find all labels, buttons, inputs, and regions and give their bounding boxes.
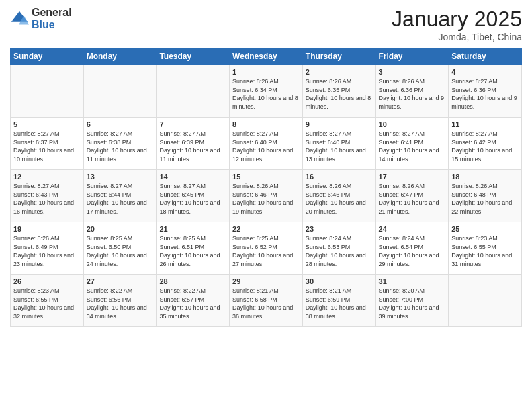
day-number: 17 (379, 173, 446, 181)
header-thursday: Thursday (302, 48, 375, 65)
day-cell: 10Sunrise: 8:27 AM Sunset: 6:41 PM Dayli… (375, 118, 449, 170)
day-info: Sunrise: 8:27 AM Sunset: 6:43 PM Dayligh… (13, 182, 81, 216)
day-number: 16 (306, 173, 373, 181)
day-info: Sunrise: 8:21 AM Sunset: 6:59 PM Dayligh… (306, 287, 373, 320)
day-cell: 27Sunrise: 8:22 AM Sunset: 6:56 PM Dayli… (83, 275, 157, 327)
day-info: Sunrise: 8:26 AM Sunset: 6:46 PM Dayligh… (306, 182, 373, 216)
day-cell: 17Sunrise: 8:26 AM Sunset: 6:47 PM Dayli… (375, 170, 449, 222)
day-info: Sunrise: 8:27 AM Sunset: 6:36 PM Dayligh… (451, 77, 519, 111)
week-row-3: 19Sunrise: 8:26 AM Sunset: 6:49 PM Dayli… (11, 222, 522, 275)
day-cell: 29Sunrise: 8:21 AM Sunset: 6:58 PM Dayli… (230, 275, 303, 327)
day-number: 20 (87, 225, 154, 233)
day-number: 4 (451, 68, 519, 76)
day-number: 30 (306, 277, 373, 285)
day-info: Sunrise: 8:26 AM Sunset: 6:46 PM Dayligh… (232, 182, 300, 216)
day-info: Sunrise: 8:27 AM Sunset: 6:40 PM Dayligh… (232, 130, 300, 163)
day-cell: 28Sunrise: 8:22 AM Sunset: 6:57 PM Dayli… (157, 275, 230, 327)
day-number: 24 (379, 225, 446, 233)
day-info: Sunrise: 8:24 AM Sunset: 6:53 PM Dayligh… (306, 234, 373, 268)
day-cell: 16Sunrise: 8:26 AM Sunset: 6:46 PM Dayli… (302, 170, 375, 222)
day-info: Sunrise: 8:27 AM Sunset: 6:42 PM Dayligh… (451, 130, 519, 163)
day-number: 25 (451, 225, 519, 233)
day-cell: 9Sunrise: 8:27 AM Sunset: 6:40 PM Daylig… (302, 118, 375, 170)
logo: General Blue (10, 7, 72, 30)
week-row-2: 12Sunrise: 8:27 AM Sunset: 6:43 PM Dayli… (11, 170, 522, 222)
day-number: 5 (13, 120, 81, 128)
day-info: Sunrise: 8:26 AM Sunset: 6:48 PM Dayligh… (451, 182, 519, 216)
day-info: Sunrise: 8:27 AM Sunset: 6:45 PM Dayligh… (159, 182, 226, 216)
day-info: Sunrise: 8:25 AM Sunset: 6:50 PM Dayligh… (87, 234, 154, 268)
day-cell: 20Sunrise: 8:25 AM Sunset: 6:50 PM Dayli… (83, 222, 157, 275)
day-cell: 1Sunrise: 8:26 AM Sunset: 6:34 PM Daylig… (230, 65, 303, 118)
day-info: Sunrise: 8:27 AM Sunset: 6:40 PM Dayligh… (306, 130, 373, 163)
logo-general: General (32, 7, 72, 19)
day-info: Sunrise: 8:22 AM Sunset: 6:57 PM Dayligh… (159, 287, 226, 320)
day-number: 6 (87, 120, 154, 128)
day-number: 11 (451, 120, 519, 128)
calendar-header: Sunday Monday Tuesday Wednesday Thursday… (11, 48, 522, 65)
day-info: Sunrise: 8:26 AM Sunset: 6:36 PM Dayligh… (379, 77, 446, 111)
day-cell: 6Sunrise: 8:27 AM Sunset: 6:38 PM Daylig… (83, 118, 157, 170)
day-cell: 18Sunrise: 8:26 AM Sunset: 6:48 PM Dayli… (449, 170, 522, 222)
day-info: Sunrise: 8:24 AM Sunset: 6:54 PM Dayligh… (379, 234, 446, 268)
day-cell: 14Sunrise: 8:27 AM Sunset: 6:45 PM Dayli… (157, 170, 230, 222)
day-number: 26 (13, 277, 81, 285)
day-cell: 13Sunrise: 8:27 AM Sunset: 6:44 PM Dayli… (83, 170, 157, 222)
day-info: Sunrise: 8:26 AM Sunset: 6:35 PM Dayligh… (306, 77, 373, 111)
day-cell: 21Sunrise: 8:25 AM Sunset: 6:51 PM Dayli… (157, 222, 230, 275)
day-number: 21 (159, 225, 226, 233)
day-cell: 31Sunrise: 8:20 AM Sunset: 7:00 PM Dayli… (375, 275, 449, 327)
day-cell: 19Sunrise: 8:26 AM Sunset: 6:49 PM Dayli… (11, 222, 84, 275)
day-cell (83, 65, 157, 118)
day-cell: 25Sunrise: 8:23 AM Sunset: 6:55 PM Dayli… (449, 222, 522, 275)
day-info: Sunrise: 8:23 AM Sunset: 6:55 PM Dayligh… (451, 234, 519, 268)
calendar-body: 1Sunrise: 8:26 AM Sunset: 6:34 PM Daylig… (11, 65, 522, 327)
day-number: 23 (306, 225, 373, 233)
day-info: Sunrise: 8:20 AM Sunset: 7:00 PM Dayligh… (379, 287, 446, 320)
day-cell: 22Sunrise: 8:25 AM Sunset: 6:52 PM Dayli… (230, 222, 303, 275)
day-info: Sunrise: 8:23 AM Sunset: 6:55 PM Dayligh… (13, 287, 81, 320)
day-cell: 2Sunrise: 8:26 AM Sunset: 6:35 PM Daylig… (302, 65, 375, 118)
day-cell: 11Sunrise: 8:27 AM Sunset: 6:42 PM Dayli… (449, 118, 522, 170)
week-row-0: 1Sunrise: 8:26 AM Sunset: 6:34 PM Daylig… (11, 65, 522, 118)
day-number: 14 (159, 173, 226, 181)
day-info: Sunrise: 8:27 AM Sunset: 6:39 PM Dayligh… (159, 130, 226, 163)
day-cell: 3Sunrise: 8:26 AM Sunset: 6:36 PM Daylig… (375, 65, 449, 118)
day-info: Sunrise: 8:22 AM Sunset: 6:56 PM Dayligh… (87, 287, 154, 320)
day-cell (11, 65, 84, 118)
day-number: 29 (232, 277, 300, 285)
day-cell: 5Sunrise: 8:27 AM Sunset: 6:37 PM Daylig… (11, 118, 84, 170)
day-number: 31 (379, 277, 446, 285)
day-cell: 12Sunrise: 8:27 AM Sunset: 6:43 PM Dayli… (11, 170, 84, 222)
day-cell (449, 275, 522, 327)
week-row-4: 26Sunrise: 8:23 AM Sunset: 6:55 PM Dayli… (11, 275, 522, 327)
header-row: Sunday Monday Tuesday Wednesday Thursday… (11, 48, 522, 65)
header-wednesday: Wednesday (230, 48, 303, 65)
logo-blue: Blue (32, 19, 72, 31)
day-number: 22 (232, 225, 300, 233)
day-info: Sunrise: 8:26 AM Sunset: 6:47 PM Dayligh… (379, 182, 446, 216)
day-cell: 7Sunrise: 8:27 AM Sunset: 6:39 PM Daylig… (157, 118, 230, 170)
title-section: January 2025 Jomda, Tibet, China (392, 7, 522, 42)
day-cell: 26Sunrise: 8:23 AM Sunset: 6:55 PM Dayli… (11, 275, 84, 327)
day-number: 19 (13, 225, 81, 233)
header-tuesday: Tuesday (157, 48, 230, 65)
month-title: January 2025 (392, 7, 522, 32)
day-number: 1 (232, 68, 300, 76)
day-number: 9 (306, 120, 373, 128)
day-number: 3 (379, 68, 446, 76)
day-cell: 15Sunrise: 8:26 AM Sunset: 6:46 PM Dayli… (230, 170, 303, 222)
day-info: Sunrise: 8:27 AM Sunset: 6:44 PM Dayligh… (87, 182, 154, 216)
day-info: Sunrise: 8:27 AM Sunset: 6:37 PM Dayligh… (13, 130, 81, 163)
day-cell (157, 65, 230, 118)
day-number: 13 (87, 173, 154, 181)
header: General Blue January 2025 Jomda, Tibet, … (10, 7, 522, 42)
day-info: Sunrise: 8:21 AM Sunset: 6:58 PM Dayligh… (232, 287, 300, 320)
day-cell: 24Sunrise: 8:24 AM Sunset: 6:54 PM Dayli… (375, 222, 449, 275)
header-monday: Monday (83, 48, 157, 65)
page: General Blue January 2025 Jomda, Tibet, … (0, 0, 532, 411)
day-info: Sunrise: 8:27 AM Sunset: 6:41 PM Dayligh… (379, 130, 446, 163)
day-number: 27 (87, 277, 154, 285)
day-number: 18 (451, 173, 519, 181)
day-cell: 4Sunrise: 8:27 AM Sunset: 6:36 PM Daylig… (449, 65, 522, 118)
